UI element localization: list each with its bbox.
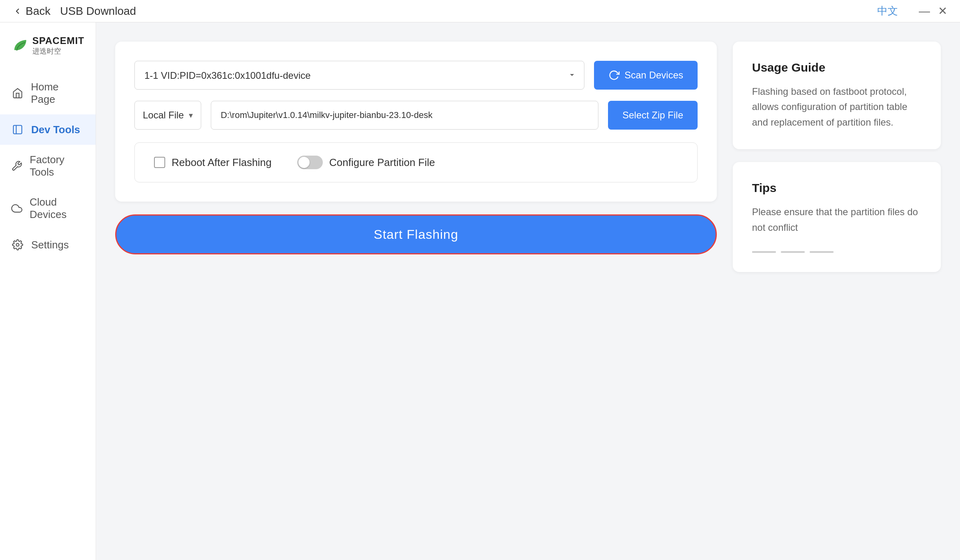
device-row: 1-1 VID:PID=0x361c:0x1001dfu-device Scan… <box>134 61 698 90</box>
select-zip-button[interactable]: Select Zip File <box>608 101 698 130</box>
scan-devices-button[interactable]: Scan Devices <box>594 61 698 90</box>
factory-tools-icon <box>11 160 22 172</box>
reboot-checkbox[interactable] <box>154 157 165 168</box>
tips-text: Please ensure that the partition files d… <box>752 204 922 235</box>
file-type-label: Local File <box>143 110 184 121</box>
close-button[interactable]: ✕ <box>938 6 947 17</box>
options-card: Reboot After Flashing Configure Partitio… <box>134 142 698 182</box>
toggle-knob <box>298 157 310 168</box>
tips-card: Tips Please ensure that the partition fi… <box>733 162 941 272</box>
sidebar: SPACEMIT 进迭时空 Home Page Dev Tools <box>0 22 96 560</box>
main-content: 1-1 VID:PID=0x361c:0x1001dfu-device Scan… <box>96 22 960 560</box>
sidebar-item-factory-tools[interactable]: Factory Tools <box>0 145 96 187</box>
select-zip-label: Select Zip File <box>622 110 683 120</box>
tips-dash-1 <box>752 251 776 253</box>
sidebar-item-dev-tools[interactable]: Dev Tools <box>0 114 96 145</box>
titlebar-title: USB Download <box>60 5 136 18</box>
logo-text: SPACEMIT 进迭时空 <box>32 35 84 56</box>
sidebar-factory-tools-label: Factory Tools <box>30 154 84 178</box>
start-flashing-button[interactable]: Start Flashing <box>115 214 717 254</box>
tips-dash-2 <box>781 251 805 253</box>
settings-icon <box>11 238 24 251</box>
configure-partition-toggle[interactable] <box>297 156 323 169</box>
tips-decoration <box>752 251 922 253</box>
reboot-option: Reboot After Flashing <box>154 156 272 169</box>
usage-guide-title: Usage Guide <box>752 61 922 74</box>
usage-guide-text: Flashing based on fastboot protocol, all… <box>752 84 922 130</box>
lang-switch[interactable]: 中文 <box>877 4 898 18</box>
sidebar-cloud-devices-label: Cloud Devices <box>30 196 84 221</box>
tips-title: Tips <box>752 181 922 195</box>
dev-tools-icon <box>11 123 24 136</box>
configure-partition-label: Configure Partition File <box>329 156 435 169</box>
sidebar-item-settings[interactable]: Settings <box>0 230 96 260</box>
sidebar-dev-tools-label: Dev Tools <box>31 124 80 136</box>
tips-dash-3 <box>810 251 834 253</box>
app-body: SPACEMIT 进迭时空 Home Page Dev Tools <box>0 22 960 560</box>
svg-point-2 <box>16 244 19 246</box>
svg-rect-0 <box>14 126 22 134</box>
home-icon <box>11 87 24 100</box>
file-path-display: D:\rom\Jupiter\v1.0.14\milkv-jupiter-bia… <box>211 101 598 130</box>
back-button[interactable]: Back <box>13 5 50 18</box>
logo-cn: 进迭时空 <box>32 46 84 56</box>
dropdown-arrow: ▾ <box>189 110 193 120</box>
usage-guide-card: Usage Guide Flashing based on fastboot p… <box>733 42 941 149</box>
file-type-dropdown[interactable]: Local File ▾ <box>134 101 201 130</box>
minimize-button[interactable]: — <box>919 6 930 17</box>
file-row: Local File ▾ D:\rom\Jupiter\v1.0.14\milk… <box>134 101 698 130</box>
sidebar-settings-label: Settings <box>31 239 69 251</box>
main-card: 1-1 VID:PID=0x361c:0x1001dfu-device Scan… <box>115 42 717 202</box>
reboot-label: Reboot After Flashing <box>172 156 272 169</box>
left-panel: 1-1 VID:PID=0x361c:0x1001dfu-device Scan… <box>115 42 717 541</box>
sidebar-item-cloud-devices[interactable]: Cloud Devices <box>0 187 96 230</box>
scan-button-label: Scan Devices <box>624 70 683 81</box>
logo-area: SPACEMIT 进迭时空 <box>0 35 96 56</box>
logo-icon <box>11 35 28 56</box>
logo-en: SPACEMIT <box>32 35 84 46</box>
titlebar: Back USB Download 中文 — ✕ <box>0 0 960 22</box>
right-panel: Usage Guide Flashing based on fastboot p… <box>733 42 941 541</box>
sidebar-home-label: Home Page <box>31 81 84 106</box>
start-flashing-label: Start Flashing <box>374 227 458 242</box>
refresh-icon <box>608 70 620 81</box>
configure-partition-option: Configure Partition File <box>297 156 435 169</box>
sidebar-item-home[interactable]: Home Page <box>0 72 96 114</box>
cloud-devices-icon <box>11 202 22 215</box>
device-select[interactable]: 1-1 VID:PID=0x361c:0x1001dfu-device <box>134 61 584 90</box>
back-label: Back <box>26 5 50 18</box>
